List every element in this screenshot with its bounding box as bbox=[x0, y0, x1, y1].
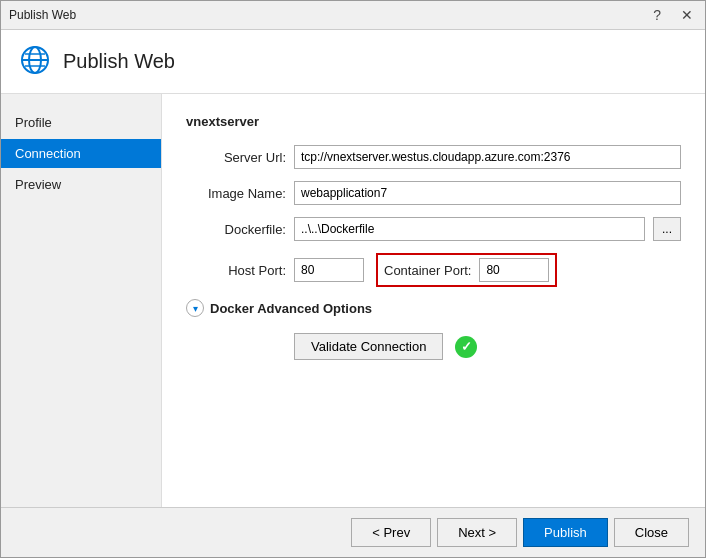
dialog-footer: < Prev Next > Publish Close bbox=[1, 507, 705, 557]
dockerfile-label: Dockerfile: bbox=[186, 222, 286, 237]
validation-success-icon: ✓ bbox=[455, 336, 477, 358]
validate-row: Validate Connection ✓ bbox=[186, 333, 681, 360]
dockerfile-input[interactable] bbox=[294, 217, 645, 241]
sidebar-item-profile[interactable]: Profile bbox=[1, 108, 161, 137]
publish-web-dialog: Publish Web ? ✕ Publish Web Profile Conn… bbox=[0, 0, 706, 558]
title-bar-left: Publish Web bbox=[9, 8, 76, 22]
globe-icon bbox=[19, 44, 51, 79]
validate-connection-button[interactable]: Validate Connection bbox=[294, 333, 443, 360]
advanced-options-row: ▾ Docker Advanced Options bbox=[186, 299, 681, 317]
header-title: Publish Web bbox=[63, 50, 175, 73]
content-area: vnextserver Server Url: Image Name: Dock… bbox=[161, 94, 705, 507]
prev-button[interactable]: < Prev bbox=[351, 518, 431, 547]
close-button[interactable]: Close bbox=[614, 518, 689, 547]
server-url-input[interactable] bbox=[294, 145, 681, 169]
close-window-button[interactable]: ✕ bbox=[677, 7, 697, 23]
image-name-input[interactable] bbox=[294, 181, 681, 205]
port-row: Host Port: Container Port: bbox=[186, 253, 681, 287]
host-port-label: Host Port: bbox=[186, 263, 286, 278]
advanced-options-label: Docker Advanced Options bbox=[210, 301, 372, 316]
server-url-label: Server Url: bbox=[186, 150, 286, 165]
title-bar-right: ? ✕ bbox=[649, 7, 697, 23]
next-button[interactable]: Next > bbox=[437, 518, 517, 547]
container-port-label: Container Port: bbox=[384, 263, 471, 278]
sidebar: Profile Connection Preview bbox=[1, 94, 161, 507]
dialog-body: Profile Connection Preview vnextserver S… bbox=[1, 94, 705, 507]
publish-button[interactable]: Publish bbox=[523, 518, 608, 547]
advanced-toggle-button[interactable]: ▾ bbox=[186, 299, 204, 317]
help-button[interactable]: ? bbox=[649, 7, 665, 23]
dialog-header: Publish Web bbox=[1, 30, 705, 94]
container-port-group: Container Port: bbox=[376, 253, 557, 287]
browse-button[interactable]: ... bbox=[653, 217, 681, 241]
title-bar: Publish Web ? ✕ bbox=[1, 1, 705, 30]
sidebar-item-preview[interactable]: Preview bbox=[1, 170, 161, 199]
advanced-toggle-icon: ▾ bbox=[193, 303, 198, 314]
host-port-input[interactable] bbox=[294, 258, 364, 282]
server-url-row: Server Url: bbox=[186, 145, 681, 169]
image-name-label: Image Name: bbox=[186, 186, 286, 201]
image-name-row: Image Name: bbox=[186, 181, 681, 205]
container-port-input[interactable] bbox=[479, 258, 549, 282]
dockerfile-row: Dockerfile: ... bbox=[186, 217, 681, 241]
section-title: vnextserver bbox=[186, 114, 681, 129]
title-bar-title: Publish Web bbox=[9, 8, 76, 22]
sidebar-item-connection[interactable]: Connection bbox=[1, 139, 161, 168]
